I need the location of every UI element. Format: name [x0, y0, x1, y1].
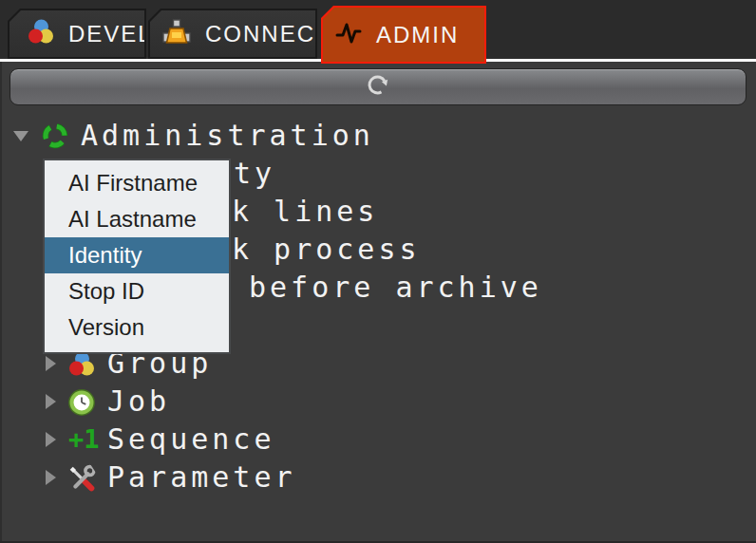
tab-devel-face: DEVEL — [9, 10, 144, 57]
tab-connect-face: CONNECT — [150, 10, 315, 57]
dropdown-menu: AI Firstname AI Lastname Identity Stop I… — [43, 159, 231, 354]
tree-label-fragment: k process — [232, 231, 421, 269]
color-circles-icon — [67, 350, 96, 385]
tree-label-fragment: k lines — [232, 193, 378, 231]
expander-right-icon[interactable] — [46, 394, 56, 409]
tab-admin[interactable]: ADMIN — [321, 6, 486, 64]
app-window: DEVEL CONNECT — [0, 0, 756, 543]
tree-label-parameter: Parameter — [107, 459, 296, 496]
dropdown-item-identity[interactable]: Identity — [45, 237, 229, 273]
tree-row-sequence[interactable]: +1 Sequence — [0, 421, 756, 459]
tab-devel[interactable]: DEVEL — [8, 9, 146, 59]
tab-connect[interactable]: CONNECT — [148, 9, 317, 59]
pipe-connector-icon — [161, 17, 192, 51]
tab-devel-label: DEVEL — [68, 21, 153, 47]
expander-down-icon[interactable] — [13, 131, 28, 141]
tree-row-parameter[interactable]: Parameter — [0, 459, 756, 496]
tree-label-job: Job — [107, 383, 170, 421]
expander-right-icon[interactable] — [46, 470, 56, 485]
tree-label-administration: Administration — [81, 117, 374, 155]
dropdown-item-ai-firstname[interactable]: AI Firstname — [45, 165, 229, 201]
pulse-icon — [334, 19, 363, 51]
green-segmented-ring-icon — [40, 121, 70, 158]
tree-row-administration[interactable]: Administration — [0, 117, 756, 155]
plus-one-icon: +1 — [68, 421, 100, 459]
dropdown-item-ai-lastname[interactable]: AI Lastname — [45, 201, 229, 237]
tab-admin-face: ADMIN — [323, 8, 484, 62]
dropdown-item-version[interactable]: Version — [45, 309, 229, 346]
expander-right-icon[interactable] — [46, 432, 56, 447]
dropdown-item-stop-id[interactable]: Stop ID — [45, 273, 229, 309]
tree-label-fragment: ty — [234, 155, 275, 193]
clock-icon — [67, 388, 96, 423]
tab-admin-label: ADMIN — [376, 22, 459, 48]
tab-bar: DEVEL CONNECT — [0, 0, 756, 59]
tree-label-fragment: before archive — [249, 269, 542, 307]
tree-label-sequence: Sequence — [107, 421, 275, 459]
tree-row-job[interactable]: Job — [0, 383, 756, 421]
tools-icon — [67, 464, 96, 499]
tab-connect-label: CONNECT — [205, 21, 331, 47]
admin-panel: Administration ty k lines k process befo… — [0, 62, 756, 543]
expander-right-icon[interactable] — [46, 356, 56, 371]
color-circles-icon — [27, 18, 55, 50]
